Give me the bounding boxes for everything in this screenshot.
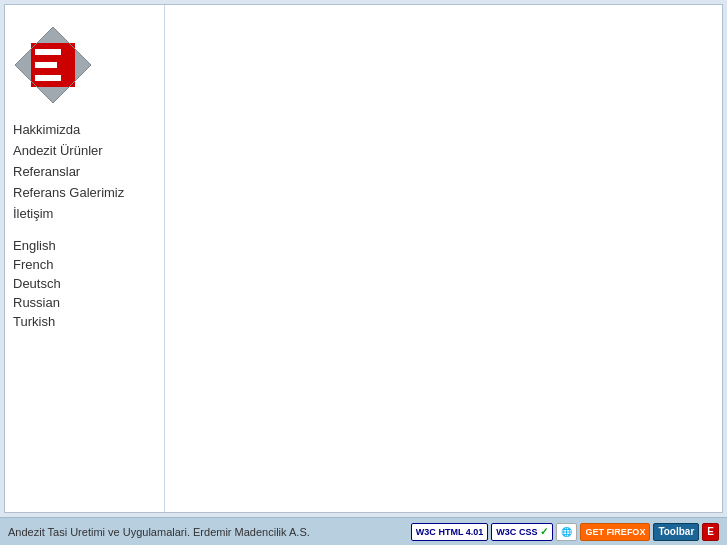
nav-item-hakkimizda[interactable]: Hakkimizda (11, 119, 158, 140)
svg-rect-4 (35, 62, 57, 68)
main-area: Hakkimizda Andezit Ürünler Referanslar R… (4, 4, 723, 513)
badge-w3c-html[interactable]: W3C HTML 4.01 (411, 523, 489, 541)
footer-badges: W3C HTML 4.01 W3C CSS ✓ 🌐 GET FIREFOX To… (411, 523, 719, 541)
lang-item-french[interactable]: French (11, 255, 158, 274)
logo-area (5, 15, 164, 119)
nav-section: Hakkimizda Andezit Ürünler Referanslar R… (5, 119, 164, 331)
app-container: Hakkimizda Andezit Ürünler Referanslar R… (0, 0, 727, 545)
badge-firefox[interactable]: GET FIREFOX (580, 523, 650, 541)
svg-rect-5 (35, 75, 61, 81)
lang-item-russian[interactable]: Russian (11, 293, 158, 312)
nav-item-andezit[interactable]: Andezit Ürünler (11, 140, 158, 161)
sidebar: Hakkimizda Andezit Ürünler Referanslar R… (5, 5, 165, 512)
svg-rect-3 (35, 49, 61, 55)
badge-get-image[interactable]: 🌐 (556, 523, 577, 541)
badge-erdemir[interactable]: E (702, 523, 719, 541)
nav-item-referanslar[interactable]: Referanslar (11, 161, 158, 182)
nav-spacer (11, 224, 158, 236)
footer: Andezit Tasi Uretimi ve Uygulamalari. Er… (0, 517, 727, 545)
lang-item-turkish[interactable]: Turkish (11, 312, 158, 331)
badge-toolbar[interactable]: Toolbar (653, 523, 699, 541)
nav-item-referans-galerimiz[interactable]: Referans Galerimiz (11, 182, 158, 203)
badge-w3c-css[interactable]: W3C CSS ✓ (491, 523, 553, 541)
content-area (165, 5, 722, 512)
company-logo (13, 25, 93, 105)
lang-item-english[interactable]: English (11, 236, 158, 255)
nav-item-iletisim[interactable]: İletişim (11, 203, 158, 224)
lang-item-deutsch[interactable]: Deutsch (11, 274, 158, 293)
footer-copyright: Andezit Tasi Uretimi ve Uygulamalari. Er… (8, 526, 310, 538)
